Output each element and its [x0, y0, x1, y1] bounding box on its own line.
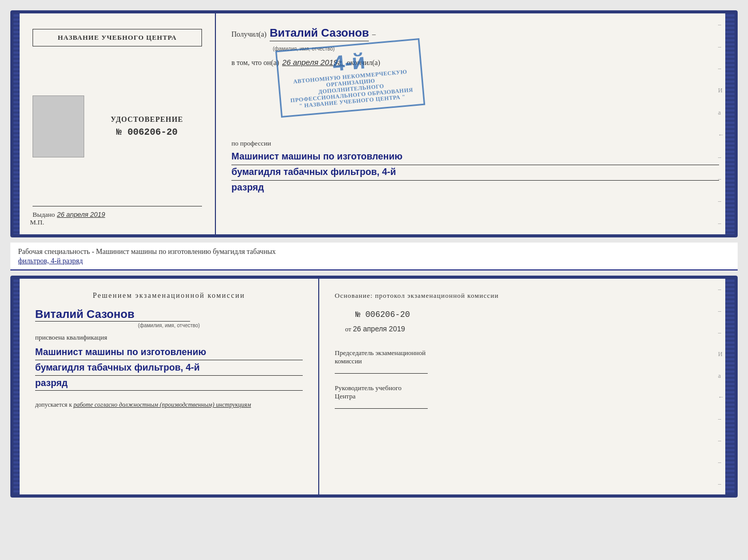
qual-line1: Машинист машины по изготовлению — [35, 345, 303, 360]
commission-chair: Председатель экзаменационной комиссии — [335, 349, 719, 365]
side-dashes: – – – И а ← – – – – — [718, 13, 724, 234]
stamp-overlay: 4-й АВТОНОМНУЮ НЕКОММЕРЧЕСКУЮ ОРГАНИЗАЦИ… — [275, 38, 425, 118]
center-head: Руководитель учебного Центра — [335, 384, 719, 401]
bottom-right-panel: Основание: протокол экзаменационной коми… — [319, 279, 735, 494]
date-prefix: от — [345, 325, 351, 333]
protocol-date-value: 26 апреля 2019 — [353, 325, 405, 333]
issued-label: Выдано — [33, 211, 55, 219]
profession-line3: разряд — [231, 181, 719, 195]
bottom-document: Решением экзаменационной комиссии Витали… — [10, 276, 738, 498]
training-center-header: НАЗВАНИЕ УЧЕБНОГО ЦЕНТРА — [33, 29, 202, 46]
info-bar-underline: фильтров, 4-й разряд — [18, 257, 83, 265]
cert-label: УДОСТОВЕРЕНИЕ — [92, 116, 202, 124]
profession-label: по профессии — [231, 139, 719, 148]
cert-middle-section: УДОСТОВЕРЕНИЕ № 006206-20 — [33, 95, 202, 157]
profession-section: по профессии Машинист машины по изготовл… — [231, 139, 719, 195]
doc-spine-bottom-left — [13, 279, 20, 494]
bottom-footer: допускается к работе согласно должностны… — [35, 401, 303, 409]
qual-line3: разряд — [35, 376, 303, 391]
issued-date-value: 26 апреля 2019 — [57, 211, 105, 218]
issued-section: Выдано 26 апреля 2019 — [33, 206, 202, 219]
commission-title: Решением экзаменационной комиссии — [35, 292, 303, 300]
bottom-name-section: Виталий Сазонов (фамилия, имя, отчество) — [35, 308, 303, 328]
qual-line2: бумагидля табачных фильтров, 4-й — [35, 360, 303, 376]
bottom-name-caption: (фамилия, имя, отчество) — [35, 323, 303, 328]
profession-line2: бумагидля табачных фильтров, 4-й — [231, 165, 719, 179]
right-spine-bottom — [725, 279, 735, 494]
center-head-line1: Руководитель учебного — [335, 384, 719, 392]
in-that-prefix: в том, что он(а) — [231, 59, 279, 67]
stamp-number: 4-й — [332, 50, 366, 74]
mp-label: М.П. — [30, 218, 44, 227]
commission-chair-line1: Председатель экзаменационной — [335, 349, 719, 357]
issued-date-line: Выдано 26 апреля 2019 — [33, 211, 202, 219]
signature-line-2 — [335, 408, 428, 409]
right-spine-top — [725, 13, 735, 234]
bottom-name: Виталий Сазонов — [35, 308, 190, 322]
allowed-prefix: допускается к — [35, 401, 72, 408]
received-prefix: Получил(а) — [231, 30, 267, 39]
protocol-date: от 26 апреля 2019 — [345, 325, 719, 333]
protocol-number: № 006206-20 — [355, 310, 719, 319]
bottom-left-panel: Решением экзаменационной комиссии Витали… — [20, 279, 319, 494]
cert-number: № 006206-20 — [92, 127, 202, 137]
top-left-panel: НАЗВАНИЕ УЧЕБНОГО ЦЕНТРА УДОСТОВЕРЕНИЕ №… — [20, 13, 216, 234]
dash-separator: – — [372, 30, 376, 39]
qualification-label: присвоена квалификация — [35, 333, 303, 342]
recipient-name: Виталий Сазонов — [270, 26, 369, 41]
recipient-line: Получил(а) Виталий Сазонов – — [231, 26, 719, 41]
top-right-panel: Получил(а) Виталий Сазонов – (фамилия, и… — [216, 13, 735, 234]
photo-placeholder — [33, 95, 84, 157]
basis-title: Основание: протокол экзаменационной коми… — [335, 292, 719, 300]
info-bar-text: Рабочая специальность - Машинист машины … — [18, 248, 276, 255]
signature-line-1 — [335, 373, 428, 374]
page-wrapper: НАЗВАНИЕ УЧЕБНОГО ЦЕНТРА УДОСТОВЕРЕНИЕ №… — [10, 10, 738, 498]
center-head-line2: Центра — [335, 392, 719, 401]
top-document: НАЗВАНИЕ УЧЕБНОГО ЦЕНТРА УДОСТОВЕРЕНИЕ №… — [10, 10, 738, 237]
doc-spine-left — [13, 13, 20, 234]
profession-line1: Машинист машины по изготовлению — [231, 150, 719, 164]
allowed-text: работе согласно должностным (производств… — [73, 401, 251, 408]
commission-chair-line2: комиссии — [335, 357, 719, 365]
info-bar: Рабочая специальность - Машинист машины … — [10, 243, 738, 270]
cert-title-block: УДОСТОВЕРЕНИЕ № 006206-20 — [92, 116, 202, 137]
bottom-side-dashes: – – – И а ← – – – – — [718, 279, 724, 494]
